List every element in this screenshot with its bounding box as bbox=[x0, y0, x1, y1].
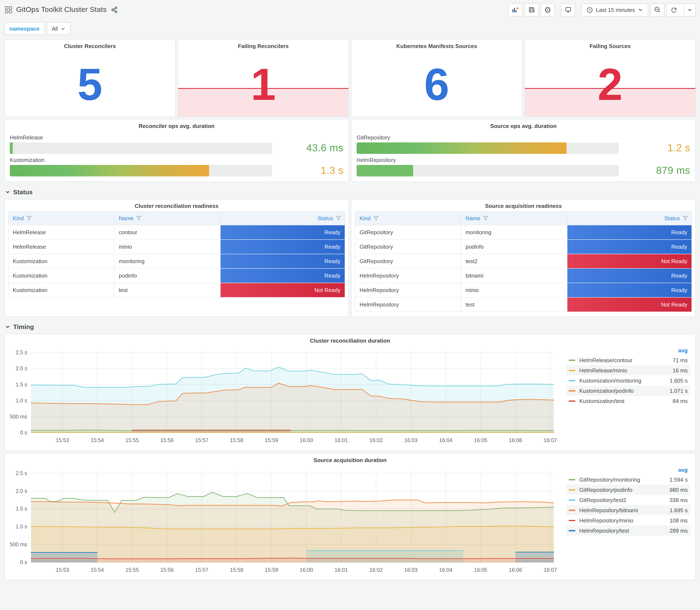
panel-title[interactable]: Failing Reconcilers bbox=[178, 39, 348, 51]
panel-title[interactable]: Source acquisition duration bbox=[5, 453, 695, 465]
section-timing[interactable]: Timing bbox=[4, 319, 696, 334]
legend-item: HelmRepository/minio108 ms bbox=[566, 515, 690, 525]
page-title: GitOps Toolkit Cluster Stats bbox=[16, 5, 107, 14]
legend-series-label[interactable]: Kustomization/podinfo bbox=[579, 387, 670, 394]
dashboard-settings-button[interactable]: ⚙ bbox=[541, 3, 555, 16]
legend-series-label[interactable]: Kustomization/test bbox=[579, 398, 672, 404]
svg-text:2.5 s: 2.5 s bbox=[16, 470, 27, 476]
column-header-kind[interactable]: Kind bbox=[8, 211, 114, 225]
table-row: HelmRepositorytestNot Ready bbox=[355, 298, 692, 312]
namespace-variable-select[interactable]: All bbox=[47, 22, 71, 35]
add-panel-button[interactable] bbox=[508, 3, 522, 16]
panel-title[interactable]: Kubernetes Manifests Sources bbox=[352, 39, 522, 51]
panel-title[interactable]: Failing Sources bbox=[525, 39, 695, 51]
variables-row: namespace All bbox=[0, 19, 700, 39]
gauge-row: HelmRelease 43.6 ms bbox=[10, 134, 343, 154]
svg-text:1.0 s: 1.0 s bbox=[16, 398, 27, 403]
legend-avg-header[interactable]: avg bbox=[566, 465, 690, 475]
svg-text:16:02: 16:02 bbox=[369, 437, 383, 443]
svg-text:16:03: 16:03 bbox=[404, 567, 418, 573]
svg-text:16:00: 16:00 bbox=[300, 567, 313, 573]
panel-title[interactable]: Cluster reconciliation readiness bbox=[5, 199, 348, 210]
legend-series-label[interactable]: GitRepository/test2 bbox=[579, 497, 670, 503]
legend-series-label[interactable]: HelmRepository/test bbox=[579, 527, 670, 534]
column-header-status[interactable]: Status bbox=[567, 211, 692, 225]
svg-text:2.5 s: 2.5 s bbox=[16, 349, 27, 355]
svg-text:16:01: 16:01 bbox=[335, 567, 348, 573]
svg-text:16:05: 16:05 bbox=[474, 437, 487, 443]
svg-text:1.0 s: 1.0 s bbox=[16, 524, 27, 529]
zoom-out-button[interactable] bbox=[650, 3, 664, 16]
legend-series-label[interactable]: GitRepository/podinfo bbox=[579, 486, 670, 493]
panel-title[interactable]: Cluster Reconcilers bbox=[5, 39, 175, 51]
gauge-fill bbox=[10, 142, 13, 154]
time-range-picker[interactable]: Last 15 minutes bbox=[582, 3, 648, 16]
legend-avg-value: 84 ms bbox=[672, 398, 688, 404]
stat-value: 2 bbox=[525, 62, 695, 107]
svg-text:16:07: 16:07 bbox=[543, 567, 557, 573]
legend-series-label[interactable]: HelmRelease/contour bbox=[579, 357, 672, 363]
refresh-interval-dropdown[interactable] bbox=[684, 4, 695, 16]
legend-avg-value: 1.605 s bbox=[670, 377, 688, 384]
gauge-fill bbox=[357, 165, 413, 176]
filter-icon bbox=[483, 215, 488, 221]
namespace-variable-label[interactable]: namespace bbox=[4, 22, 45, 35]
legend-avg-value: 980 ms bbox=[670, 486, 688, 493]
cell-name: podinfo bbox=[461, 240, 567, 254]
gauge-fill bbox=[10, 165, 209, 176]
svg-text:15:59: 15:59 bbox=[265, 437, 278, 443]
table-row: HelmRepositoryminioReady bbox=[355, 283, 692, 298]
column-header-name[interactable]: Name bbox=[461, 211, 567, 225]
cell-kind: HelmRepository bbox=[355, 298, 461, 312]
save-dashboard-button[interactable] bbox=[524, 3, 538, 16]
filter-icon bbox=[26, 215, 32, 221]
chart-legend: avg HelmRelease/contour71 ms HelmRelease… bbox=[566, 346, 690, 406]
gauge-track bbox=[10, 142, 272, 154]
legend-item: Kustomization/monitoring1.605 s bbox=[566, 375, 690, 386]
section-label: Timing bbox=[13, 323, 34, 330]
panel-title[interactable]: Source acquisition readiness bbox=[352, 199, 695, 210]
refresh-dashboard-button[interactable] bbox=[667, 4, 681, 16]
legend-avg-header[interactable]: avg bbox=[566, 346, 690, 355]
tv-mode-button[interactable] bbox=[561, 3, 575, 16]
cell-name: minio bbox=[114, 240, 221, 254]
svg-text:1.5 s: 1.5 s bbox=[16, 382, 27, 387]
svg-text:500 ms: 500 ms bbox=[10, 414, 27, 420]
zoom-out-icon bbox=[654, 6, 661, 13]
svg-text:15:57: 15:57 bbox=[195, 437, 209, 443]
stat-value: 6 bbox=[352, 62, 522, 107]
filter-icon bbox=[683, 215, 688, 221]
tables-row: Cluster reconciliation readiness Kind Na… bbox=[4, 199, 696, 317]
legend-item: GitRepository/test2338 ms bbox=[566, 495, 690, 505]
legend-series-label[interactable]: HelmRepository/minio bbox=[579, 517, 670, 524]
chevron-down-icon bbox=[638, 7, 643, 12]
gear-icon: ⚙ bbox=[544, 6, 551, 14]
status-badge: Ready bbox=[567, 225, 692, 240]
panel-title[interactable]: Reconciler ops avg. duration bbox=[5, 119, 348, 130]
svg-text:16:06: 16:06 bbox=[509, 437, 522, 443]
table-row: HelmReleasecontourReady bbox=[8, 225, 345, 240]
column-header-status[interactable]: Status bbox=[221, 211, 345, 225]
cell-name: monitoring bbox=[461, 225, 567, 240]
share-icon[interactable] bbox=[111, 6, 118, 13]
table-row: GitRepositorytest2Not Ready bbox=[355, 254, 692, 269]
legend-series-label[interactable]: HelmRelease/minio bbox=[579, 367, 672, 373]
svg-text:15:58: 15:58 bbox=[230, 437, 243, 443]
stat-value: 5 bbox=[5, 62, 175, 107]
svg-text:16:01: 16:01 bbox=[335, 437, 348, 443]
clock-icon bbox=[587, 6, 593, 13]
legend-series-label[interactable]: Kustomization/monitoring bbox=[579, 377, 670, 384]
save-icon bbox=[528, 6, 535, 13]
gauge-label: GitRepository bbox=[357, 134, 690, 141]
section-status[interactable]: Status bbox=[4, 184, 696, 199]
panel-title[interactable]: Cluster reconciliation duration bbox=[5, 334, 695, 345]
svg-text:1.5 s: 1.5 s bbox=[16, 505, 27, 512]
column-header-name[interactable]: Name bbox=[114, 211, 221, 225]
dashboards-grid-icon[interactable] bbox=[5, 6, 12, 13]
panel-title[interactable]: Source ops avg. duration bbox=[352, 119, 695, 130]
svg-text:16:03: 16:03 bbox=[404, 437, 418, 443]
column-header-kind[interactable]: Kind bbox=[355, 211, 461, 225]
legend-series-label[interactable]: GitRepository/monitoring bbox=[579, 476, 670, 483]
legend-series-label[interactable]: HelmRepository/bitnami bbox=[579, 507, 670, 513]
legend-color-dash bbox=[569, 359, 575, 361]
